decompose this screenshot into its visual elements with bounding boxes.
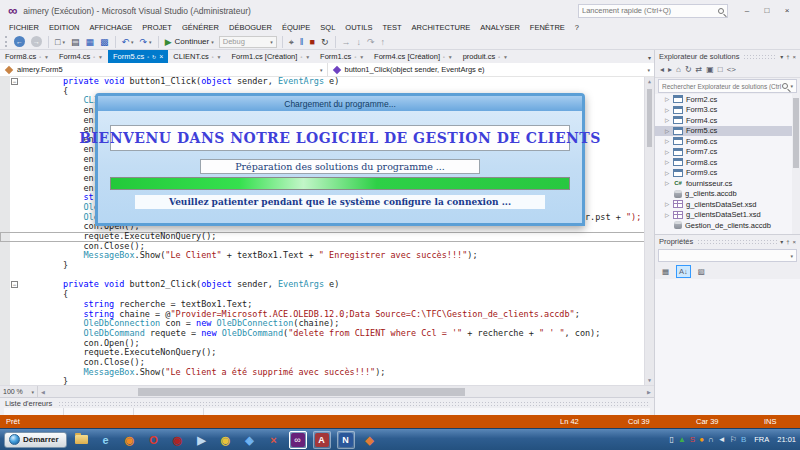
menu-edition[interactable]: EDITION (44, 23, 84, 32)
navigate-backward-button[interactable]: ← (12, 35, 27, 48)
tab-form4-cs[interactable]: Form4.cs▫▼ (54, 50, 108, 63)
refresh-icon[interactable]: ↻ (685, 65, 692, 75)
chevron-down-icon[interactable]: ▾ (647, 67, 650, 73)
code-line[interactable]: MessageBox.Show("Le Client a été supprim… (0, 368, 645, 378)
step-into-button[interactable]: ↓ (355, 35, 364, 48)
scrollbar-thumb[interactable] (647, 89, 652, 147)
fold-minus-icon[interactable]: − (11, 281, 18, 288)
chevron-right-icon[interactable]: ▷ (665, 212, 673, 218)
tree-item-form6-cs[interactable]: ▷Form6.cs (655, 136, 800, 147)
tree-item-form5-cs[interactable]: ▷Form5.cs (655, 126, 800, 137)
error-list-column[interactable] (4, 408, 64, 415)
scroll-down-icon[interactable]: ▼ (645, 376, 654, 385)
menu-analyser[interactable]: ANALYSER (475, 23, 524, 32)
member-dropdown[interactable]: button1_Click(object sender, EventArgs e… (328, 63, 655, 76)
firefox-icon[interactable]: ◉ (121, 431, 139, 449)
language-indicator[interactable]: FRA (754, 435, 769, 444)
code-line[interactable]: − private void button1_Click(object send… (0, 77, 645, 87)
chevron-right-icon[interactable]: ▷ (665, 96, 673, 102)
dialog-titlebar[interactable]: Chargement du programme... (98, 96, 582, 111)
debug-target-button[interactable]: ⌖ (287, 35, 296, 48)
minimize-button[interactable]: – (738, 4, 756, 18)
tab-overflow-icon[interactable]: ▾ (648, 54, 651, 61)
bluetooth-icon[interactable]: B (741, 435, 746, 445)
scroll-right-icon[interactable]: ▶ (644, 389, 654, 395)
tab-produit-cs[interactable]: produit.cs▫▼ (458, 50, 513, 63)
pin-icon[interactable]: ▼ (44, 54, 49, 60)
tree-item-form7-cs[interactable]: ▷Form7.cs (655, 147, 800, 158)
pause-button[interactable]: ‖ (298, 35, 306, 48)
network-flag-icon[interactable]: ⚐ (730, 435, 737, 445)
tree-item-form9-cs[interactable]: ▷Form9.cs (655, 168, 800, 179)
chevron-down-icon[interactable]: ▾ (780, 238, 783, 245)
tab-form1-cs[interactable]: Form1.cs▫▼ (315, 50, 369, 63)
chevron-down-icon[interactable]: ▾ (780, 53, 783, 60)
close-icon[interactable]: × (792, 54, 796, 60)
tab-client-cs[interactable]: CLIENT.cs▫▼ (168, 50, 226, 63)
alphabetical-icon[interactable]: A↓ (676, 265, 691, 278)
chevron-right-icon[interactable]: ▷ (665, 180, 673, 186)
stop-button[interactable]: ■ (308, 35, 317, 48)
chevron-right-icon[interactable]: ▷ (665, 149, 673, 155)
collapse-all-icon[interactable]: ▣ (706, 65, 714, 75)
close-tab-icon[interactable]: × (159, 53, 163, 60)
menu-fichier[interactable]: FICHIER (4, 23, 44, 32)
menu-fen-tre[interactable]: FENÊTRE (525, 23, 570, 32)
quick-launch-box[interactable] (578, 4, 728, 18)
tree-item-fournisseur-cs[interactable]: ▷C#fournisseur.cs (655, 178, 800, 189)
error-list-column[interactable] (134, 408, 204, 415)
internet-explorer-icon[interactable]: e (97, 431, 115, 449)
chevron-right-icon[interactable]: ▷ (665, 159, 673, 165)
orange-app-icon[interactable]: ● (699, 435, 704, 445)
error-list-column[interactable] (64, 408, 134, 415)
chevron-down-icon[interactable]: ▾ (790, 83, 793, 89)
forward-icon[interactable]: ▸ (668, 65, 672, 75)
code-line[interactable]: MessageBox.Show("Le Client" + textBox1.T… (0, 251, 645, 261)
tree-item-form2-cs[interactable]: ▷Form2.cs (655, 94, 800, 105)
maximize-button[interactable]: □ (758, 4, 776, 18)
code-line[interactable]: − private void button2_Click(object send… (0, 280, 645, 290)
restart-button[interactable]: ↻ (319, 35, 331, 48)
properties-icon[interactable]: □ (718, 65, 723, 75)
open-file-button[interactable]: ▤ (69, 35, 82, 48)
pin-icon[interactable]: † (786, 239, 789, 245)
new-item-button[interactable]: □▾ (53, 35, 67, 48)
view-code-icon[interactable]: <> (727, 65, 736, 75)
s-app-icon[interactable]: S (690, 435, 695, 445)
chevron-right-icon[interactable]: ▷ (665, 138, 673, 144)
chevron-right-icon[interactable]: ▷ (665, 117, 673, 123)
access-icon[interactable]: A (313, 431, 331, 449)
solution-explorer-titlebar[interactable]: Explorateur de solutions ▾ † × (655, 50, 800, 63)
scroll-left-icon[interactable]: ◀ (38, 389, 48, 395)
visual-studio-icon[interactable]: ∞ (289, 431, 307, 449)
chevron-down-icon[interactable]: ▾ (320, 67, 323, 73)
tree-item-g-clients-accdb[interactable]: g_clients.accdb (655, 189, 800, 200)
code-line[interactable]: } (0, 261, 645, 271)
continue-button[interactable]: ▶Continuer▾ (163, 35, 216, 48)
tab-form8-cs[interactable]: Form8.cs▫▼ (0, 50, 54, 63)
pin-icon[interactable]: ▼ (98, 54, 103, 60)
menu-test[interactable]: TEST (377, 23, 406, 32)
promote-tab-icon[interactable]: ↻ (152, 54, 156, 60)
blue-app-icon[interactable]: ◈ (241, 431, 259, 449)
solution-explorer-search-input[interactable] (662, 83, 782, 90)
pin-icon[interactable]: † (786, 54, 789, 60)
solution-explorer-search-box[interactable]: ▾ (658, 79, 797, 93)
scrollbar-thumb[interactable] (138, 388, 465, 396)
tree-item-form3-cs[interactable]: ▷Form3.cs (655, 105, 800, 116)
volume-icon[interactable]: ◄ (718, 435, 726, 445)
step-over-button[interactable]: ↷ (365, 35, 377, 48)
pin-icon[interactable]: ▼ (359, 54, 364, 60)
tree-item-gestion-de-clients-accdb[interactable]: Gestion_de_clients.accdb (655, 220, 800, 231)
toolbar-grip[interactable] (5, 36, 7, 47)
menu-affichage[interactable]: AFFICHAGE (84, 23, 137, 32)
word-icon[interactable]: N (337, 431, 355, 449)
tree-item-form8-cs[interactable]: ▷Form8.cs (655, 157, 800, 168)
office-app-icon[interactable]: ◆ (361, 431, 379, 449)
back-icon[interactable]: ◂ (660, 65, 664, 75)
menu-outils[interactable]: OUTILS (340, 23, 377, 32)
zoom-level-select[interactable]: 100 % ▾ (0, 386, 38, 398)
windows-explorer-icon[interactable] (73, 431, 91, 449)
close-icon[interactable]: × (792, 239, 796, 245)
error-list-title-row[interactable]: Liste d'erreurs (0, 398, 654, 408)
